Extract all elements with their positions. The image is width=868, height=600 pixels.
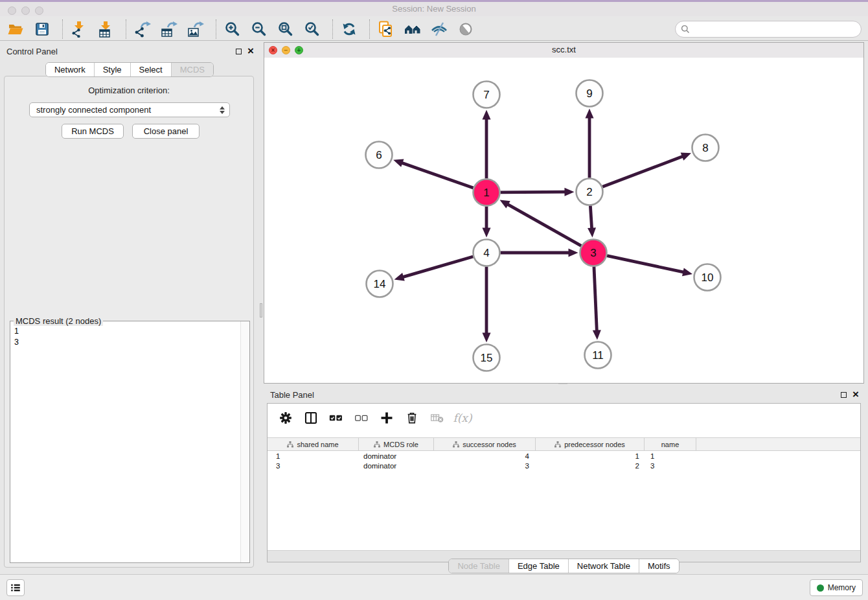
tab-network[interactable]: Network [46,63,94,76]
graph-node-7[interactable]: 7 [474,82,500,108]
column-header-predecessor-nodes[interactable]: predecessor nodes [536,438,645,450]
network-canvas[interactable]: 7968124314101511 [264,58,863,383]
cell-successor-nodes[interactable]: 3 [434,461,536,472]
cell-name[interactable]: 1 [645,451,696,461]
column-header-shared-name[interactable]: shared name [268,438,359,450]
export-network-icon[interactable] [133,20,152,38]
zoom-out-icon[interactable] [250,20,268,38]
open-session-icon[interactable] [6,20,25,38]
cell-shared-name[interactable]: 1 [268,451,359,461]
unselect-all-icon[interactable] [354,410,369,426]
float-panel-icon[interactable] [236,49,242,54]
tab-node-table[interactable]: Node Table [449,559,508,573]
result-scrollbar[interactable] [240,321,249,562]
tab-select[interactable]: Select [130,63,171,76]
function-builder-icon[interactable]: f(x) [455,410,470,426]
graph-node-3[interactable]: 3 [580,240,607,266]
import-network-icon[interactable] [70,20,88,38]
svg-text:7: 7 [483,89,489,101]
toolbar-separator [216,19,216,39]
task-history-button[interactable] [6,579,25,596]
cell-shared-name[interactable]: 3 [268,461,359,472]
graph-edge-4-14[interactable] [401,257,473,277]
vertical-splitter[interactable] [259,42,263,574]
splitter-grip[interactable] [260,303,262,317]
network-minimize-button[interactable]: − [282,46,290,54]
column-header-mcds-role[interactable]: MCDS role [359,438,434,450]
minimize-window-button[interactable] [21,6,30,15]
hide-details-eye-icon[interactable] [457,20,475,38]
column-header-name[interactable]: name [645,438,696,450]
refresh-icon[interactable] [340,20,358,38]
table-row[interactable]: 1 dominator 4 1 1 [268,451,860,461]
cell-mcds-role[interactable]: dominator [359,461,434,472]
graph-edge-2-8[interactable] [602,156,685,187]
add-column-icon[interactable] [379,410,394,426]
graph-edge-1-2[interactable] [500,192,567,192]
select-all-icon[interactable] [328,410,344,426]
edge-arrowhead [394,273,405,281]
graph-node-10[interactable]: 10 [694,264,721,291]
cell-predecessor-nodes[interactable]: 2 [536,461,645,472]
svg-text:9: 9 [586,87,592,100]
close-panel-button[interactable]: Close panel [132,124,200,139]
memory-button[interactable]: Memory [810,579,863,596]
cell-mcds-role[interactable]: dominator [359,451,434,461]
graph-edge-1-6[interactable] [400,162,474,188]
graph-node-1[interactable]: 1 [474,179,500,206]
save-session-icon[interactable] [33,20,51,38]
delete-column-trash-icon[interactable] [404,410,420,426]
mcds-result-list[interactable]: 1 3 [10,323,241,562]
optimization-select[interactable]: strongly connected component [29,102,230,117]
tab-motifs[interactable]: Motifs [639,559,679,573]
export-image-icon[interactable] [187,20,205,38]
graph-edge-3-11[interactable] [594,266,597,332]
maximize-window-button[interactable] [35,6,43,15]
graph-edge-3-10[interactable] [607,256,685,273]
graph-edge-3-1[interactable] [506,203,581,246]
export-table-icon[interactable] [160,20,178,38]
graph-node-6[interactable]: 6 [366,142,393,168]
graph-node-8[interactable]: 8 [692,135,719,161]
cell-name[interactable]: 3 [645,461,696,472]
main-titlebar: Session: New Session [0,0,868,16]
cell-successor-nodes[interactable]: 4 [434,451,536,461]
graph-node-11[interactable]: 11 [585,342,611,369]
network-close-button[interactable]: × [269,46,277,54]
float-table-panel-icon[interactable] [841,392,847,398]
session-title: Session: New Session [0,2,868,16]
import-table-icon[interactable] [97,20,115,38]
first-neighbors-icon[interactable] [404,20,422,38]
tab-edge-table[interactable]: Edge Table [508,559,568,573]
style-details-icon[interactable] [430,20,448,38]
graph-node-2[interactable]: 2 [577,179,603,205]
delete-table-icon[interactable] [429,410,445,426]
table-row[interactable]: 3 dominator 3 2 3 [268,461,860,472]
network-maximize-button[interactable]: + [295,46,303,54]
graph-edge-2-3[interactable] [590,205,591,230]
edge-arrowhead [483,110,491,120]
tab-mcds[interactable]: MCDS [171,63,213,76]
svg-text:1: 1 [483,187,489,199]
network-window-titlebar: × − + scc.txt [264,43,863,58]
table-options-gear-icon[interactable] [278,410,293,426]
tab-style[interactable]: Style [94,63,130,76]
close-panel-icon[interactable]: × [247,47,254,55]
zoom-in-icon[interactable] [223,20,242,38]
graph-node-15[interactable]: 15 [474,345,500,371]
show-column-icon[interactable] [303,410,319,426]
close-window-button[interactable] [8,6,16,15]
run-mcds-button[interactable]: Run MCDS [62,124,124,139]
column-header-successor-nodes[interactable]: successor nodes [434,438,536,450]
search-input[interactable] [694,24,856,35]
network-graph-svg: 7968124314101511 [264,58,863,383]
graph-node-14[interactable]: 14 [367,271,393,297]
close-table-panel-icon[interactable]: × [852,391,859,398]
tab-network-table[interactable]: Network Table [568,559,639,573]
graph-node-4[interactable]: 4 [474,240,500,266]
fit-content-icon[interactable] [277,20,295,38]
graph-node-9[interactable]: 9 [577,80,603,107]
new-network-from-selection-icon[interactable] [377,20,395,38]
zoom-selected-icon[interactable] [303,20,321,38]
cell-predecessor-nodes[interactable]: 1 [536,451,645,461]
